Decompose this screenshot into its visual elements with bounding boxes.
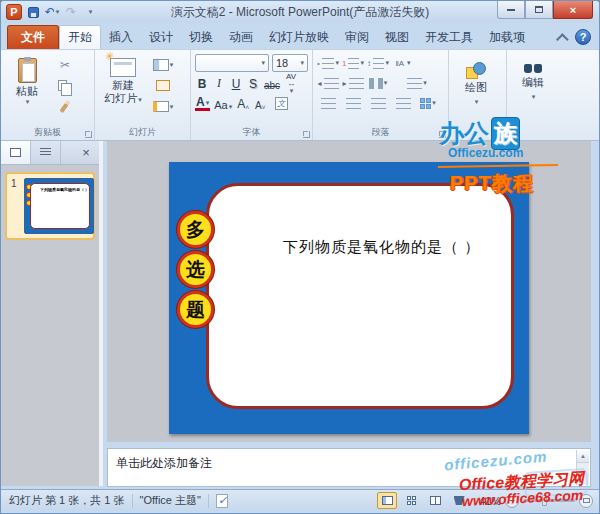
title-bar: P ↶ ↷ 演示文稿2 - Microsoft PowerPoint(产品激活失… [1, 1, 599, 23]
help-button[interactable]: ? [575, 29, 591, 45]
pane-close-button[interactable]: × [73, 141, 99, 164]
slide-rounded-card[interactable]: 下列物质是氧化物的是（ ） [206, 183, 514, 409]
new-slide-button[interactable]: 新建 幻灯片 [99, 53, 147, 115]
bold-button[interactable]: B [195, 75, 209, 91]
font-color-button[interactable]: A [195, 95, 210, 111]
notes-panel[interactable]: 单击此处添加备注 ▲ [107, 448, 591, 487]
zoom-level[interactable]: 41% [473, 495, 501, 507]
tab-addins[interactable]: 加载项 [481, 25, 533, 49]
increase-indent-button[interactable]: ▸ [342, 75, 364, 92]
zoom-slider[interactable] [523, 499, 575, 502]
tab-review[interactable]: 审阅 [337, 25, 377, 49]
tab-animations[interactable]: 动画 [221, 25, 261, 49]
section-button[interactable] [152, 98, 174, 115]
copy-button[interactable] [54, 77, 76, 94]
badge-xuan[interactable]: 选 [177, 251, 214, 288]
restore-button[interactable] [525, 1, 553, 19]
ribbon: 粘贴 ✂ 剪贴板 新建 幻灯片 [1, 49, 599, 141]
notes-scrollbar[interactable]: ▲ [576, 450, 589, 485]
slide-thumbnail-preview: 下列物质是氧化物的是（ ） [24, 178, 94, 234]
badge-duo[interactable]: 多 [177, 211, 214, 248]
align-right-button[interactable] [367, 95, 389, 112]
pane-tabs: × [1, 141, 99, 165]
fit-to-window-icon [583, 498, 590, 503]
slide-canvas[interactable]: 下列物质是氧化物的是（ ） 多 选 题 [169, 162, 529, 434]
powerpoint-logo-icon[interactable]: P [6, 4, 22, 20]
justify-button[interactable] [392, 95, 414, 112]
numbering-button[interactable]: 1 [342, 55, 364, 72]
strikethrough-button[interactable]: abc [263, 75, 281, 91]
tab-developer[interactable]: 开发工具 [417, 25, 481, 49]
shrink-font-button[interactable]: A˅ [253, 95, 267, 111]
cut-button[interactable]: ✂ [54, 56, 76, 73]
underline-button[interactable]: U [229, 75, 243, 91]
zoom-slider-thumb[interactable] [542, 495, 547, 506]
drawing-button[interactable]: 绘图 [453, 57, 499, 107]
reset-slide-button[interactable] [152, 77, 174, 94]
align-center-icon [346, 98, 361, 109]
spacing-arrows-icon: ↔ [287, 80, 295, 87]
font-name-combobox[interactable] [195, 54, 269, 72]
slide-question-text[interactable]: 下列物质是氧化物的是（ ） [283, 238, 480, 257]
paragraph-dialog-launcher-icon[interactable] [439, 131, 446, 138]
line-spacing-button[interactable]: ↕ [367, 55, 389, 72]
close-button[interactable]: × [553, 1, 593, 19]
text-direction-button[interactable]: ‖A [392, 55, 414, 72]
slide-layout-button[interactable] [152, 56, 174, 73]
format-painter-button[interactable] [54, 98, 76, 115]
minimize-button[interactable] [497, 1, 525, 19]
smartart-icon [420, 98, 431, 109]
theme-status[interactable]: "Office 主题" [140, 493, 201, 508]
clipboard-dialog-launcher-icon[interactable] [85, 131, 92, 138]
slide-thumbnail[interactable]: 1 下列物质是氧化物的是（ ） [5, 172, 95, 240]
editing-button[interactable]: 编辑 [511, 57, 555, 102]
slide-editor-area[interactable]: 下列物质是氧化物的是（ ） 多 选 题 [107, 141, 591, 442]
character-spacing-button[interactable]: AV↔ [284, 75, 298, 91]
slide-sorter-view-button[interactable] [401, 492, 421, 509]
text-shadow-button[interactable]: S [246, 75, 260, 91]
ribbon-group-slides: 新建 幻灯片 幻灯片 [95, 50, 191, 140]
section-icon [153, 101, 169, 112]
redo-button[interactable]: ↷ [63, 4, 79, 20]
ribbon-group-drawing: 绘图 [449, 50, 507, 140]
tab-slideshow[interactable]: 幻灯片放映 [261, 25, 337, 49]
reading-view-button[interactable] [425, 492, 445, 509]
grow-font-button[interactable]: A˄ [236, 95, 250, 111]
save-button[interactable] [25, 4, 41, 20]
tab-design[interactable]: 设计 [141, 25, 181, 49]
tab-home[interactable]: 开始 [59, 25, 101, 49]
undo-button[interactable]: ↶ [44, 4, 60, 20]
align-text-icon [407, 78, 422, 89]
change-case-button[interactable]: Aa [213, 95, 233, 111]
badge-ti[interactable]: 题 [177, 291, 214, 328]
spellcheck-icon[interactable] [216, 494, 228, 508]
outline-tab[interactable] [31, 141, 61, 164]
font-size-combobox[interactable]: 18 [272, 54, 308, 72]
format-painter-icon [60, 100, 71, 113]
scroll-up-icon[interactable]: ▲ [577, 450, 589, 463]
align-left-button[interactable] [317, 95, 339, 112]
slides-tab[interactable] [1, 141, 31, 164]
zoom-out-button[interactable]: − [505, 494, 519, 508]
decrease-indent-button[interactable]: ◂ [317, 75, 339, 92]
tab-transitions[interactable]: 切换 [181, 25, 221, 49]
ribbon-collapse-icon[interactable] [556, 33, 569, 46]
tab-insert[interactable]: 插入 [101, 25, 141, 49]
normal-view-button[interactable] [377, 492, 397, 509]
font-dialog-launcher-icon[interactable] [303, 131, 310, 138]
paste-button[interactable]: 粘贴 [5, 53, 49, 115]
italic-button[interactable]: I [212, 75, 226, 91]
tab-file[interactable]: 文件 [7, 25, 59, 49]
columns-button[interactable] [367, 75, 389, 92]
align-center-button[interactable] [342, 95, 364, 112]
align-text-button[interactable] [406, 75, 428, 92]
fit-to-window-button[interactable] [579, 494, 593, 508]
qat-customize-button[interactable] [82, 4, 98, 20]
bullets-button[interactable]: • [317, 55, 339, 72]
smartart-convert-button[interactable] [417, 95, 439, 112]
slideshow-view-button[interactable] [449, 492, 469, 509]
tab-view[interactable]: 视图 [377, 25, 417, 49]
phonetic-guide-button[interactable]: 文 [270, 95, 292, 112]
undo-icon: ↶ [45, 5, 55, 19]
drawing-shapes-icon [466, 62, 486, 79]
